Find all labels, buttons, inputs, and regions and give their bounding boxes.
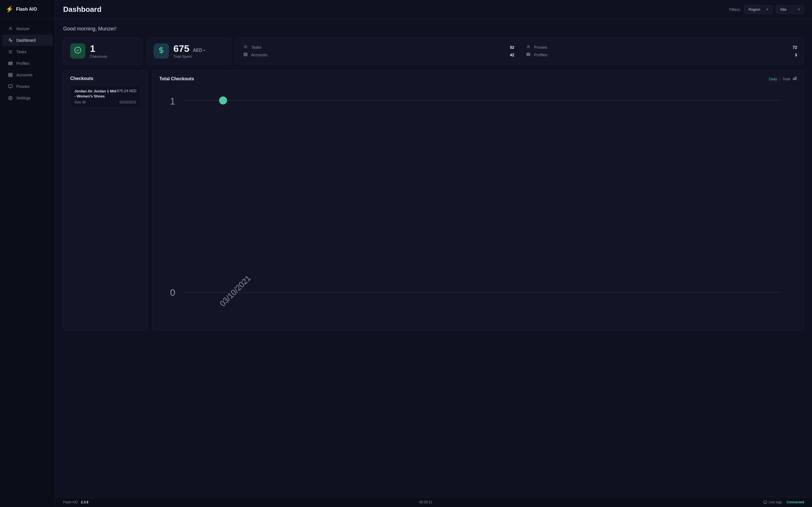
svg-text:1: 1 [170,96,175,107]
monitor-icon [763,500,767,504]
checkouts-icon-wrap [70,43,86,59]
sidebar-item-dashboard[interactable]: Dashboard [2,35,53,46]
sidebar-item-dashboard-label: Dashboard [16,38,36,43]
header: Dashboard Filters: Region ▾ Site ▾ [55,0,812,19]
svg-rect-5 [8,63,12,64]
chart-tab-total[interactable]: Total [783,77,790,81]
sidebar-item-user[interactable]: Munzer [2,23,53,34]
svg-rect-23 [527,53,530,54]
svg-rect-6 [8,64,12,65]
profiles-key: Profiles [534,53,792,57]
checkouts-label: Checkouts [90,54,107,59]
accounts-icon [8,72,13,77]
spent-value-row: 675 AED ▾ [173,43,205,54]
sidebar-item-accounts-label: Accounts [16,73,33,77]
chart-svg: 1 0 03/10/2021 [159,84,797,325]
checkouts-panel-title: Checkouts [70,76,141,81]
spent-stat-card: 675 AED ▾ Total Spent [147,38,231,64]
svg-rect-27 [795,78,795,80]
svg-rect-21 [244,54,247,55]
tasks-val: 52 [510,45,514,50]
checkout-date: 03/10/2021 [119,100,137,104]
checkout-size: Size 38 [74,100,86,104]
statusbar-right: Live logs Connected [763,500,804,504]
svg-rect-26 [793,78,794,80]
chart-area: 1 0 03/10/2021 [159,84,797,325]
region-filter[interactable]: Region ▾ [744,5,772,14]
checkouts-stat-card: 1 Checkouts [63,38,142,64]
main-content: Dashboard Filters: Region ▾ Site ▾ Good … [55,0,812,507]
header-filters: Filters: Region ▾ Site ▾ [729,5,804,14]
user-icon [8,26,13,31]
bottom-row: Checkouts Jordan Air Jordan 1 Mid - Wome… [63,70,804,330]
svg-rect-7 [8,73,12,74]
checkout-item-top: Jordan Air Jordan 1 Mid - Women's Shoes … [74,89,137,99]
live-logs-label: Live logs [769,500,782,504]
proxies-key: Proxies [534,45,790,50]
tasks-summary-icon [243,45,248,50]
svg-rect-9 [8,76,12,76]
greeting: Good morning, Munzer! [63,26,804,32]
region-chevron-icon: ▾ [767,8,768,11]
tasks-icon [8,49,13,54]
sidebar-item-proxies-label: Proxies [16,84,30,89]
chart-divider: | [779,77,780,81]
dollar-icon [158,47,165,55]
summary-profiles: Profiles 3 [525,52,797,57]
svg-rect-35 [763,501,767,503]
summary-tasks: Tasks 52 [243,45,514,50]
sidebar-item-proxies[interactable]: Proxies [2,81,53,92]
statusbar: Flash AIO 2.3.8 08:36:11 Live logs Conne… [55,497,812,507]
checkout-price: 675.24 AED [117,89,137,93]
spent-value: 675 [173,43,190,54]
filters-label: Filters: [729,7,741,12]
svg-point-33 [219,97,227,105]
live-logs-button[interactable]: Live logs [763,500,782,504]
page-title: Dashboard [63,5,101,14]
currency-dropdown[interactable]: AED ▾ [191,48,205,53]
svg-rect-20 [244,53,247,54]
svg-rect-28 [796,77,797,80]
stats-row: 1 Checkouts 675 A [63,38,804,64]
statusbar-version: 2.3.8 [81,500,89,504]
profiles-val: 3 [795,53,797,57]
flash-icon: ⚡ [6,6,13,13]
settings-icon [8,96,13,101]
svg-rect-10 [8,85,12,87]
sidebar-item-profiles-label: Profiles [16,61,30,66]
sidebar-item-accounts[interactable]: Accounts [2,69,53,80]
svg-rect-22 [244,55,247,56]
currency-chevron-icon: ▾ [204,49,205,52]
proxies-summary-icon [525,45,531,50]
spent-icon-wrap [154,43,169,59]
sidebar-item-profiles[interactable]: Profiles [2,58,53,69]
sidebar-item-tasks-label: Tasks [16,50,27,54]
svg-text:0: 0 [170,287,175,298]
sidebar-item-tasks[interactable]: Tasks [2,46,53,57]
dashboard-icon [8,38,13,43]
accounts-key: Accounts [251,53,507,57]
sidebar-logo: ⚡ Flash AIO [0,0,55,19]
checkouts-panel: Checkouts Jordan Air Jordan 1 Mid - Wome… [63,70,148,330]
content: Good morning, Munzer! 1 Checkouts [55,19,812,497]
sidebar-nav: Munzer Dashboard Tasks Pro [0,19,55,507]
site-label: Site [780,7,786,11]
summary-proxies: Proxies 72 [525,45,797,50]
checkouts-stat-info: 1 Checkouts [90,43,107,59]
sidebar-item-settings[interactable]: Settings [2,93,53,104]
tasks-key: Tasks [251,45,507,50]
svg-rect-8 [8,75,12,75]
chart-title: Total Checkouts [159,76,194,81]
connected-status: Connected [786,500,804,504]
chart-header: Total Checkouts Daily | Total [159,76,797,82]
svg-rect-25 [527,55,530,56]
bar-chart-icon[interactable] [793,76,797,82]
chart-tab-daily[interactable]: Daily [769,77,777,81]
checkmark-icon [74,47,82,55]
svg-point-0 [10,27,11,29]
profiles-summary-icon [525,52,531,57]
svg-point-19 [528,46,529,47]
region-label: Region [749,7,760,11]
checkout-name: Jordan Air Jordan 1 Mid - Women's Shoes [74,89,117,99]
site-filter[interactable]: Site ▾ [776,5,804,14]
